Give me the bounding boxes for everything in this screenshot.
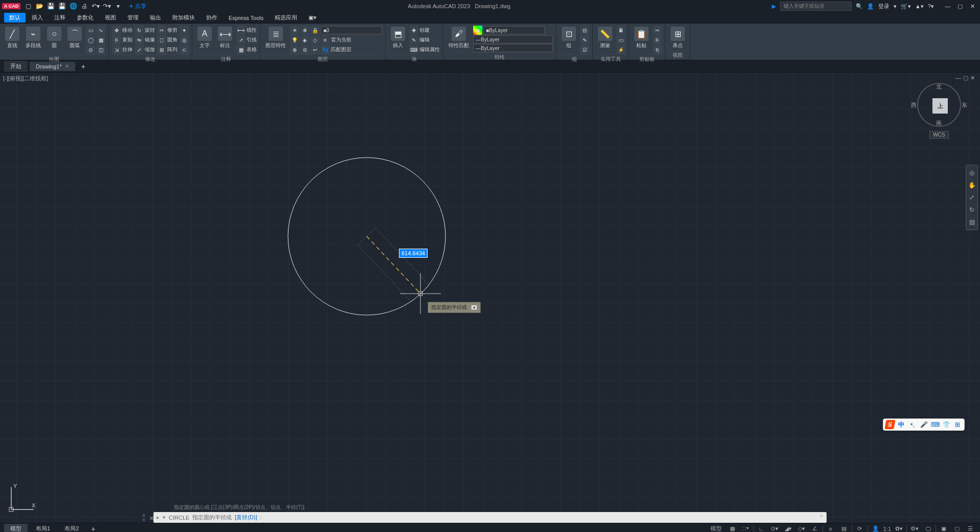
- quick-sel-icon[interactable]: ⚡: [616, 45, 626, 54]
- layer-sun-icon[interactable]: ☀: [290, 26, 299, 35]
- vc-south[interactable]: 南: [936, 119, 942, 127]
- cmd-close-icon[interactable]: ✕: [149, 515, 154, 522]
- tab-default[interactable]: 默认: [4, 13, 26, 23]
- leader-icon[interactable]: ↗: [236, 35, 246, 45]
- tooltip-options-icon[interactable]: ▾: [471, 305, 477, 310]
- tab-annotate[interactable]: 注释: [49, 13, 71, 23]
- command-input[interactable]: ▸ ▾ CIRCLE 指定圆的半径或 [直径(D)]: ⌃: [153, 512, 827, 523]
- dim-button[interactable]: ⟷标注: [216, 26, 234, 50]
- arc-button[interactable]: ⌒圆弧: [65, 26, 84, 50]
- tab-view[interactable]: 视图: [100, 13, 121, 23]
- search-input[interactable]: 键入关键字或短语: [780, 2, 852, 11]
- ime-keyboard-icon[interactable]: ⌨: [930, 420, 940, 429]
- tab-output[interactable]: 输出: [145, 13, 166, 23]
- transparency-icon[interactable]: ▤: [838, 524, 850, 533]
- lineweight-dropdown[interactable]: — ByLayer: [473, 35, 553, 43]
- hardware-accel-icon[interactable]: ▣: [938, 524, 949, 533]
- layer-off-icon[interactable]: ◇: [310, 35, 320, 45]
- layer-misc-icon[interactable]: ≡: [321, 35, 330, 45]
- tab-start[interactable]: 开始: [4, 61, 28, 72]
- vp-min-icon[interactable]: —: [955, 75, 961, 81]
- tab-addins[interactable]: 附加模块: [167, 13, 200, 23]
- layer-merge-icon[interactable]: ⊕: [290, 45, 299, 54]
- circle-button[interactable]: ○圆: [45, 26, 63, 50]
- group-edit-icon[interactable]: ✎: [580, 35, 589, 45]
- layer-dropdown[interactable]: ■ 0: [321, 26, 382, 34]
- insert-button[interactable]: ⬒插入: [389, 26, 407, 50]
- tab-insert[interactable]: 插入: [27, 13, 48, 23]
- annoscale-icon[interactable]: 👤: [870, 524, 881, 533]
- help-icon[interactable]: ?▾: [928, 3, 934, 10]
- ortho-toggle-icon[interactable]: ∟: [756, 524, 767, 533]
- add-layout-button[interactable]: +: [87, 524, 99, 533]
- grid-toggle-icon[interactable]: ▦: [727, 524, 738, 533]
- user-icon[interactable]: 👤: [867, 3, 874, 10]
- scale-ratio[interactable]: 1:1: [883, 524, 891, 533]
- selection-cycling-icon[interactable]: ⟳: [854, 524, 865, 533]
- point-icon[interactable]: ⊙: [86, 45, 95, 54]
- paste-button[interactable]: 📋粘贴: [632, 26, 651, 50]
- viewcube[interactable]: 北 南 东 西 上 WCS: [914, 83, 965, 139]
- dynamic-input[interactable]: 614.6434: [399, 249, 428, 258]
- plot-icon[interactable]: 🖨: [80, 2, 89, 11]
- hatch-icon[interactable]: ▦: [96, 35, 105, 45]
- fillet-icon[interactable]: ⎕: [157, 35, 166, 45]
- color-icon[interactable]: ◉: [473, 26, 482, 35]
- tab-parametric[interactable]: 参数化: [72, 13, 99, 23]
- line-button[interactable]: ╱直线: [3, 26, 21, 50]
- nav-pan-icon[interactable]: ✋: [967, 181, 976, 190]
- layer-prev-icon[interactable]: ↩: [310, 45, 320, 54]
- monitor-icon[interactable]: 🖵: [922, 524, 933, 533]
- offset-icon[interactable]: ◎: [180, 35, 189, 45]
- layer-lock-icon[interactable]: 🔒: [310, 26, 320, 35]
- copy-icon[interactable]: ⎘: [112, 35, 121, 45]
- search-icon[interactable]: 🔍: [856, 3, 863, 10]
- erase-icon[interactable]: ⊂: [180, 45, 189, 54]
- move-icon[interactable]: ✥: [112, 26, 121, 35]
- table-icon[interactable]: ▦: [236, 45, 246, 54]
- rotate-icon[interactable]: ↻: [135, 26, 144, 35]
- tab-model[interactable]: 模型: [4, 524, 28, 532]
- nav-zoom-extents-icon[interactable]: ⤢: [967, 193, 976, 202]
- match-layer-label[interactable]: 匹配图层: [331, 46, 351, 53]
- edit-attr-icon[interactable]: ⌨: [409, 45, 418, 54]
- layer-walk-icon[interactable]: 👣: [321, 45, 330, 54]
- linetype-dropdown[interactable]: — ByLayer: [473, 44, 553, 52]
- tab-layout2[interactable]: 布局2: [58, 524, 85, 532]
- edit-block-icon[interactable]: ✎: [409, 35, 418, 45]
- copy-clip-icon[interactable]: ⎘: [653, 35, 662, 45]
- anno-visibility-icon[interactable]: ✿▾: [893, 524, 904, 533]
- open-icon[interactable]: 📂: [35, 2, 44, 11]
- otrack-icon[interactable]: ∠: [809, 524, 820, 533]
- vc-west[interactable]: 西: [911, 101, 917, 109]
- text-button[interactable]: A文字: [195, 26, 214, 50]
- tab-layout1[interactable]: 布局1: [30, 524, 56, 532]
- ellipse-icon[interactable]: ◯: [86, 35, 95, 45]
- new-icon[interactable]: ▢: [24, 2, 33, 11]
- nav-showmotion-icon[interactable]: ▤: [967, 217, 976, 227]
- stretch-icon[interactable]: ⇲: [112, 45, 121, 54]
- cart-icon[interactable]: 🛒▾: [901, 3, 911, 10]
- create-block-icon[interactable]: ✚: [409, 26, 418, 35]
- vc-north[interactable]: 北: [936, 83, 942, 91]
- layer-iso-icon[interactable]: ◈: [300, 35, 309, 45]
- add-tab-button[interactable]: +: [77, 61, 90, 72]
- base-button[interactable]: ⊞基点: [669, 26, 687, 50]
- trim-icon[interactable]: ✂: [157, 26, 166, 35]
- group-sel-icon[interactable]: ☑: [580, 45, 589, 54]
- ime-menu-icon[interactable]: ⊞: [953, 420, 962, 429]
- linear-icon[interactable]: ⟷: [236, 26, 246, 35]
- osnap-toggle-icon[interactable]: ◇▾: [796, 524, 807, 533]
- info-icon[interactable]: ▶: [772, 3, 776, 10]
- layer-props-button[interactable]: ≣图层特性: [263, 26, 288, 50]
- workspace-icon[interactable]: ⚙▾: [909, 524, 920, 533]
- login-dropdown-icon[interactable]: ▾: [894, 3, 897, 10]
- color-dropdown[interactable]: ■ ByLayer: [483, 26, 545, 34]
- polar-toggle-icon[interactable]: ⊙▾: [769, 524, 781, 533]
- lwt-toggle-icon[interactable]: ≡: [825, 524, 836, 533]
- match-props-button[interactable]: 🖌特性匹配: [447, 26, 471, 50]
- isodraft-icon[interactable]: ◢▾: [783, 524, 794, 533]
- snap-toggle-icon[interactable]: ⸬▾: [740, 524, 751, 533]
- mirror-icon[interactable]: ⇋: [135, 35, 144, 45]
- saveas-icon[interactable]: 💾: [57, 2, 66, 11]
